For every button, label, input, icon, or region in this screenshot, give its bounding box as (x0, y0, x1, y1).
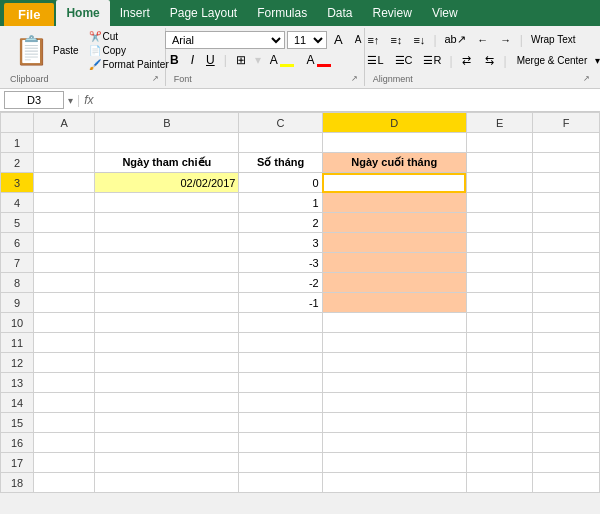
row-header-3[interactable]: 3 (1, 173, 34, 193)
alignment-expand-icon[interactable]: ↗ (583, 74, 590, 83)
cell-c5[interactable]: 2 (239, 213, 322, 233)
cell-d9[interactable] (322, 293, 466, 313)
row-header-5[interactable]: 5 (1, 213, 34, 233)
merge-center-button[interactable]: Merge & Center (510, 52, 595, 69)
cell-e8[interactable] (466, 273, 533, 293)
cell-b3[interactable]: 02/02/2017 (95, 173, 239, 193)
align-middle-button[interactable]: ≡↕ (385, 31, 407, 49)
row-header-8[interactable]: 8 (1, 273, 34, 293)
row-header-16[interactable]: 16 (1, 433, 34, 453)
format-painter-button[interactable]: 🖌️ Format Painter (85, 58, 173, 71)
cut-button[interactable]: ✂️ Cut (85, 30, 173, 43)
formula-input[interactable] (97, 92, 596, 108)
cell-f4[interactable] (533, 193, 600, 213)
underline-button[interactable]: U (201, 51, 220, 69)
orientation-button[interactable]: ab↗ (440, 30, 471, 49)
copy-button[interactable]: 📄 Copy (85, 44, 173, 57)
italic-button[interactable]: I (186, 51, 199, 69)
cell-b9[interactable] (95, 293, 239, 313)
cell-d3[interactable] (322, 173, 466, 193)
fill-color-button[interactable]: A (265, 51, 300, 69)
cell-e6[interactable] (466, 233, 533, 253)
cell-c8[interactable]: -2 (239, 273, 322, 293)
cell-f8[interactable] (533, 273, 600, 293)
align-top-button[interactable]: ≡↑ (362, 31, 384, 49)
cell-a6[interactable] (34, 233, 95, 253)
cell-f6[interactable] (533, 233, 600, 253)
row-header-18[interactable]: 18 (1, 473, 34, 493)
rtl-button[interactable]: ⇄ (456, 51, 478, 70)
cell-c2[interactable]: Số tháng (239, 153, 322, 173)
cell-d7[interactable] (322, 253, 466, 273)
row-header-1[interactable]: 1 (1, 133, 34, 153)
row-header-10[interactable]: 10 (1, 313, 34, 333)
tab-review[interactable]: Review (363, 0, 422, 26)
cell-c6[interactable]: 3 (239, 233, 322, 253)
cell-d4[interactable] (322, 193, 466, 213)
col-header-f[interactable]: F (533, 113, 600, 133)
cell-b1[interactable] (95, 133, 239, 153)
font-color-button[interactable]: A (301, 51, 336, 69)
cell-b8[interactable] (95, 273, 239, 293)
cell-e2[interactable] (466, 153, 533, 173)
cell-c1[interactable] (239, 133, 322, 153)
align-right-button[interactable]: ☰R (418, 51, 446, 70)
row-header-11[interactable]: 11 (1, 333, 34, 353)
cell-b6[interactable] (95, 233, 239, 253)
col-header-d[interactable]: D (322, 113, 466, 133)
indent-decrease-button[interactable]: ← (472, 31, 494, 49)
cell-c9[interactable]: -1 (239, 293, 322, 313)
row-header-15[interactable]: 15 (1, 413, 34, 433)
tab-page-layout[interactable]: Page Layout (160, 0, 247, 26)
row-header-9[interactable]: 9 (1, 293, 34, 313)
cell-d1[interactable] (322, 133, 466, 153)
cell-d5[interactable] (322, 213, 466, 233)
cell-d6[interactable] (322, 233, 466, 253)
cell-d2[interactable]: Ngày cuối tháng (322, 153, 466, 173)
cell-d8[interactable] (322, 273, 466, 293)
cell-ref-dropdown[interactable]: ▾ (68, 95, 73, 106)
clipboard-expand-icon[interactable]: ↗ (152, 74, 159, 83)
row-header-14[interactable]: 14 (1, 393, 34, 413)
cell-f7[interactable] (533, 253, 600, 273)
cell-f2[interactable] (533, 153, 600, 173)
font-grow-button[interactable]: A (329, 30, 348, 49)
tab-formulas[interactable]: Formulas (247, 0, 317, 26)
cell-e7[interactable] (466, 253, 533, 273)
cell-e9[interactable] (466, 293, 533, 313)
tab-insert[interactable]: Insert (110, 0, 160, 26)
cell-c7[interactable]: -3 (239, 253, 322, 273)
tab-home[interactable]: Home (56, 0, 109, 26)
cell-a7[interactable] (34, 253, 95, 273)
cell-c4[interactable]: 1 (239, 193, 322, 213)
cell-f9[interactable] (533, 293, 600, 313)
row-header-4[interactable]: 4 (1, 193, 34, 213)
cell-b7[interactable] (95, 253, 239, 273)
cell-f1[interactable] (533, 133, 600, 153)
row-header-13[interactable]: 13 (1, 373, 34, 393)
bold-button[interactable]: B (165, 51, 184, 69)
cell-e3[interactable] (466, 173, 533, 193)
cell-b5[interactable] (95, 213, 239, 233)
cell-a5[interactable] (34, 213, 95, 233)
cell-f5[interactable] (533, 213, 600, 233)
wrap-text-button[interactable]: Wrap Text (526, 32, 581, 47)
merge-dropdown[interactable]: ▾ (595, 55, 600, 66)
cell-ref-box[interactable]: D3 (4, 91, 64, 109)
align-center-button[interactable]: ☰C (390, 51, 418, 70)
row-header-17[interactable]: 17 (1, 453, 34, 473)
col-header-b[interactable]: B (95, 113, 239, 133)
paste-button[interactable]: 📋 Paste (10, 35, 83, 67)
cell-a1[interactable] (34, 133, 95, 153)
cell-a3[interactable] (34, 173, 95, 193)
cell-e5[interactable] (466, 213, 533, 233)
font-size-select[interactable]: 11 (287, 31, 327, 49)
cell-a9[interactable] (34, 293, 95, 313)
row-header-2[interactable]: 2 (1, 153, 34, 173)
align-left-button[interactable]: ☰L (362, 51, 388, 70)
cell-a4[interactable] (34, 193, 95, 213)
cell-f3[interactable] (533, 173, 600, 193)
tab-data[interactable]: Data (317, 0, 362, 26)
tab-file[interactable]: File (4, 3, 54, 26)
row-header-6[interactable]: 6 (1, 233, 34, 253)
